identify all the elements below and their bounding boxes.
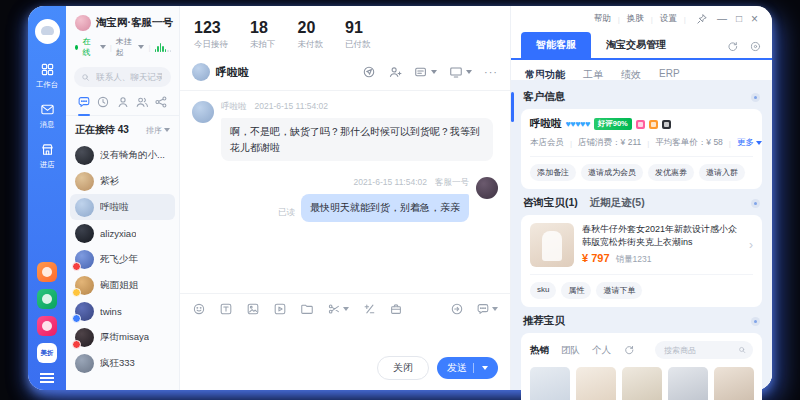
rail-item-label: 工作台 [36,79,58,89]
attributes-button[interactable]: 属性 [561,282,591,299]
add-person-icon[interactable] [388,65,402,79]
product-image[interactable] [530,223,574,267]
scrollbar-thumb[interactable] [511,92,514,122]
audio-wave-icon[interactable] [155,43,172,52]
agent-name: 淘宝网·客服一号 [96,16,173,30]
tab-personal[interactable]: 个人 [592,344,611,357]
collapse-icon[interactable] [751,199,760,208]
sku-button[interactable]: sku [530,282,556,299]
invite-group-button[interactable]: 邀请入群 [699,164,745,181]
app-window: 工作台 消息 进店 美折 淘宝网·客服一号 [28,6,772,390]
transfer-icon[interactable] [362,65,376,79]
product-thumbnail [714,367,754,400]
tab-conversations[interactable] [77,95,91,109]
app-icon-meizhe[interactable]: 美折 [37,343,57,363]
chevron-right-icon[interactable]: › [749,238,753,252]
refresh-icon[interactable] [623,344,635,356]
divider: | [110,43,112,52]
product-search-input[interactable] [662,345,734,356]
video-icon[interactable] [273,302,287,316]
invite-order-button[interactable]: 邀请下单 [596,282,642,299]
screen-menu[interactable] [449,65,472,79]
tab-team[interactable]: 团队 [561,344,580,357]
send-button[interactable]: 发送 [437,357,498,379]
divider [530,156,753,157]
today-stats: 123今日接待 18未拍下 20未付款 91已付款 [180,6,510,58]
tab-share[interactable] [154,95,168,109]
chat-settings-icon [476,302,490,316]
settings-link[interactable]: 设置 [660,13,677,25]
tab-history[interactable] [96,95,110,109]
tab-hot[interactable]: 热销 [530,344,549,357]
minimize-icon[interactable]: — [717,14,727,24]
recommend-item[interactable]: ¥ 1299.00 [530,367,570,400]
online-status[interactable]: 在线 [82,36,93,58]
chat-card-menu[interactable] [414,65,437,79]
quick-phrase-icon[interactable] [219,302,233,316]
collapse-icon[interactable] [751,93,760,102]
list-item[interactable]: 死飞少年 [70,246,175,272]
list-item[interactable]: alizyxiao [70,220,175,246]
close-icon[interactable]: × [751,13,758,25]
recommend-item[interactable]: ¥ 1299.00 [622,367,662,400]
tab-contacts[interactable] [116,95,130,109]
emoji-icon[interactable] [192,302,206,316]
tab-smart-service[interactable]: 智能客服 [521,32,591,58]
skin-link[interactable]: 换肤 [627,13,644,25]
app-icon-pink[interactable] [37,316,57,336]
search-input[interactable] [94,71,164,83]
avatar [75,146,94,165]
tab-groups[interactable] [135,95,149,109]
more-icon[interactable]: ··· [484,66,498,78]
screenshot-menu[interactable] [327,302,349,316]
list-item[interactable]: 紫衫 [70,168,175,194]
sort-control[interactable]: 排序 [146,125,170,136]
message-list: 呼啦啦2021-6-15 11:54:02 啊，不是吧，缺货了吗？那什么时候可以… [180,91,510,293]
collapse-icon[interactable] [751,317,760,326]
app-icon-green[interactable] [37,289,57,309]
recommend-item[interactable]: ¥ 1299.00 [714,367,754,400]
list-item[interactable]: twins [70,298,175,324]
invite-member-button[interactable]: 邀请成为会员 [581,164,643,181]
peer-avatar [192,63,210,81]
rate-invite-icon[interactable] [362,302,376,316]
help-link[interactable]: 帮助 [594,13,611,25]
package-icon[interactable] [389,302,403,316]
product-thumbnail [622,367,662,400]
rail-item-messages[interactable]: 消息 [39,102,55,130]
maximize-icon[interactable]: □ [736,14,742,24]
forward-icon[interactable] [450,302,464,316]
refresh-icon[interactable] [726,40,739,53]
divider: | [148,43,150,52]
agent-avatar[interactable] [75,15,91,31]
suspend-status[interactable]: 未挂起 [116,36,133,58]
send-coupon-button[interactable]: 发优惠券 [648,164,694,181]
rail-item-workbench[interactable]: 工作台 [35,62,59,90]
message-composer[interactable]: 关闭 发送 [180,293,510,390]
qianniu-logo[interactable] [35,19,60,44]
list-item[interactable]: 碗面姐姐 [70,272,175,298]
product-title[interactable]: 春秋牛仔外套女2021年新款设计感小众韩版宽松炸街夹克上衣潮ins [582,223,741,248]
tab-recent-footprints[interactable]: 近期足迹(5) [590,196,645,210]
list-item-selected[interactable]: 呼啦啦 [70,194,175,220]
app-icon-orange[interactable] [37,262,57,282]
recommend-item[interactable]: ¥ 1299.00 [668,367,708,400]
close-button[interactable]: 关闭 [377,356,429,380]
avatar [75,198,94,217]
pin-icon[interactable] [696,13,708,25]
list-item[interactable]: 厚街misaya [70,324,175,350]
rail-item-store[interactable]: 进店 [39,142,55,170]
tab-inquiry-items[interactable]: 咨询宝贝(1) [523,196,578,210]
target-icon[interactable] [749,40,762,53]
list-item[interactable]: 疯狂333 [70,350,175,376]
recommend-item[interactable]: ¥ 1299.00 [576,367,616,400]
hamburger-menu-icon[interactable] [40,373,54,383]
tab-taobao-trade[interactable]: 淘宝交易管理 [591,32,681,58]
add-note-button[interactable]: 添加备注 [530,164,576,181]
file-icon[interactable] [300,302,314,316]
image-icon[interactable] [246,302,260,316]
reply-settings-menu[interactable] [476,302,498,316]
divider: | [570,139,572,148]
list-item[interactable]: 没有犄角的小... [70,142,175,168]
more-link[interactable]: 更多 [737,137,762,149]
